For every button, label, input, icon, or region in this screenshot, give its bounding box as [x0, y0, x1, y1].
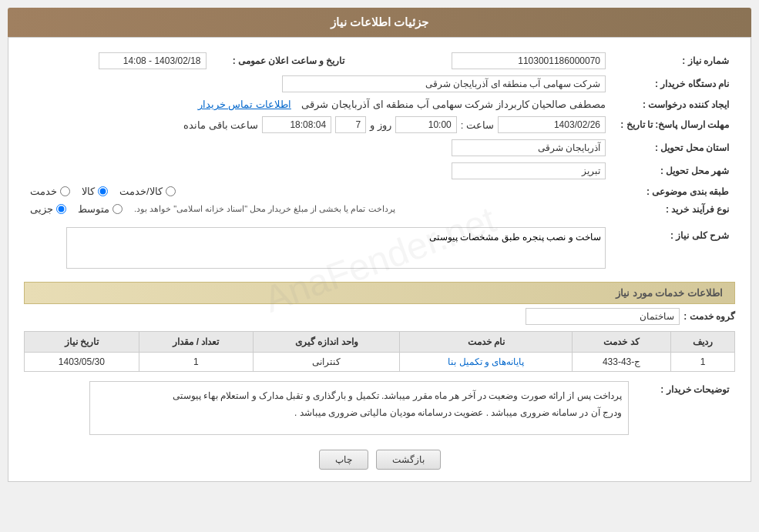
- col-header-row: ردیف: [671, 332, 735, 353]
- col-header-name: نام خدمت: [400, 332, 573, 353]
- cell-code: ج-43-433: [573, 353, 671, 372]
- buyer-org-label: نام دستگاه خریدار :: [612, 72, 735, 95]
- category-option-both: کالا/خدمت: [119, 186, 176, 197]
- need-number-label: شماره نیاز :: [612, 49, 735, 72]
- purchase-option-partial: جزیی: [30, 203, 66, 215]
- announce-field: 1403/02/18 - 14:08: [99, 52, 207, 69]
- description-label: شرح کلی نیاز :: [612, 224, 735, 274]
- cell-name: پایانه‌های و تکمیل بنا: [400, 353, 573, 372]
- buyer-org-field: شرکت سهامی آب منطقه ای آذربایجان شرقی: [282, 75, 606, 92]
- services-table: ردیف کد خدمت نام خدمت واحد اندازه گیری ت…: [24, 331, 735, 372]
- purchase-options: جزیی متوسط: [30, 203, 123, 215]
- deadline-label: مهلت ارسال پاسخ: تا تاریخ :: [612, 113, 735, 136]
- category-both-radio[interactable]: [166, 186, 176, 196]
- deadline-days-label: روز و: [370, 119, 391, 131]
- col-header-quantity: تعداد / مقدار: [139, 332, 254, 353]
- description-value: [24, 224, 612, 274]
- cell-row: 1: [671, 353, 735, 372]
- service-group-label: گروه خدمت :: [683, 311, 735, 322]
- category-goods-radio[interactable]: [98, 186, 108, 196]
- category-service-radio[interactable]: [60, 186, 70, 196]
- description-textarea[interactable]: [66, 227, 606, 269]
- purchase-note: پرداخت تمام یا بخشی از مبلغ خریدار محل "…: [134, 204, 395, 214]
- print-button[interactable]: چاپ: [319, 450, 368, 470]
- purchase-partial-label: جزیی: [30, 203, 53, 215]
- category-radio-group: خدمت کالا کالا/خدمت: [24, 182, 612, 200]
- main-card: AnaFender.net شماره نیاز : 1103001186000…: [8, 37, 751, 482]
- cell-unit: کنترانی: [254, 353, 400, 372]
- deadline-time-field: 10:00: [395, 116, 457, 133]
- category-label: طبقه بندی موضوعی :: [612, 182, 735, 200]
- deadline-time-label: ساعت :: [461, 119, 494, 131]
- province-value: آذربایجان شرقی: [24, 136, 612, 159]
- deadline-days-field: 7: [335, 116, 366, 133]
- service-group-field: ساختمان: [526, 308, 680, 325]
- contact-link[interactable]: اطلاعات تماس خریدار: [198, 99, 291, 110]
- province-field: آذربایجان شرقی: [452, 139, 606, 156]
- buyer-notes-value: پرداخت پس از ارائه صورت وضعیت در آخر هر …: [24, 378, 635, 438]
- description-table: شرح کلی نیاز :: [24, 224, 735, 274]
- purchase-medium-label: متوسط: [78, 203, 109, 215]
- table-row: 1 ج-43-433 پایانه‌های و تکمیل بنا کنتران…: [25, 353, 735, 372]
- deadline-remain-field: 18:08:04: [262, 116, 331, 133]
- col-header-date: تاریخ نیاز: [25, 332, 139, 353]
- cell-quantity: 1: [139, 353, 254, 372]
- category-goods-label: کالا: [82, 186, 95, 197]
- announce-value: 1403/02/18 - 14:08: [24, 49, 213, 72]
- creator-value: مصطفی صالحیان کاربرداز شرکت سهامی آب منط…: [24, 95, 612, 113]
- buttons-row: بازگشت چاپ: [24, 450, 735, 470]
- buyer-notes-field: پرداخت پس از ارائه صورت وضعیت در آخر هر …: [89, 381, 629, 435]
- services-section-label: اطلاعات خدمات مورد نیاز: [616, 287, 723, 299]
- city-field: تبریز: [452, 162, 606, 179]
- col-header-unit: واحد اندازه گیری: [254, 332, 400, 353]
- city-label: شهر محل تحویل :: [612, 159, 735, 182]
- deadline-remain-label: ساعت باقی مانده: [183, 119, 258, 131]
- category-service-label: خدمت: [30, 186, 57, 197]
- page-container: جزئیات اطلاعات نیاز AnaFender.net شماره …: [0, 0, 759, 532]
- category-option-service: خدمت: [30, 186, 70, 197]
- page-title: جزئیات اطلاعات نیاز: [331, 15, 428, 28]
- buyer-notes-label: توضیحات خریدار :: [635, 378, 735, 438]
- category-option-goods: کالا: [82, 186, 108, 197]
- purchase-partial-radio[interactable]: [56, 204, 66, 214]
- deadline-date-field: 1403/02/26: [498, 116, 606, 133]
- service-group-row: گروه خدمت : ساختمان: [24, 308, 735, 325]
- cell-date: 1403/05/30: [25, 353, 139, 372]
- buyer-org-value: شرکت سهامی آب منطقه ای آذربایجان شرقی: [24, 72, 612, 95]
- purchase-option-medium: متوسط: [78, 203, 123, 215]
- purchase-type-row: جزیی متوسط پرداخت تمام یا بخشی از مبلغ خ…: [24, 200, 612, 218]
- need-number-field: 1103001186000070: [452, 52, 606, 69]
- creator-field: مصطفی صالحیان کاربرداز شرکت سهامی آب منط…: [301, 99, 606, 110]
- category-both-label: کالا/خدمت: [119, 186, 163, 197]
- purchase-type-label: نوع فرآیند خرید :: [612, 200, 735, 218]
- need-number-value: 1103001186000070: [351, 49, 613, 72]
- announce-label: تاریخ و ساعت اعلان عمومی :: [213, 49, 351, 72]
- province-label: استان محل تحویل :: [612, 136, 735, 159]
- back-button[interactable]: بازگشت: [376, 450, 441, 470]
- creator-label: ایجاد کننده درخواست :: [612, 95, 735, 113]
- col-header-code: کد خدمت: [573, 332, 671, 353]
- services-section-header: اطلاعات خدمات مورد نیاز: [24, 282, 735, 304]
- city-value: تبریز: [24, 159, 612, 182]
- deadline-row: 1403/02/26 ساعت : 10:00 روز و 7 18:08:04…: [24, 113, 612, 136]
- notes-table: توضیحات خریدار : پرداخت پس از ارائه صورت…: [24, 378, 735, 438]
- info-table: شماره نیاز : 1103001186000070 تاریخ و سا…: [24, 49, 735, 218]
- purchase-medium-radio[interactable]: [113, 204, 123, 214]
- category-options: خدمت کالا کالا/خدمت: [30, 186, 606, 197]
- page-header: جزئیات اطلاعات نیاز: [8, 8, 751, 37]
